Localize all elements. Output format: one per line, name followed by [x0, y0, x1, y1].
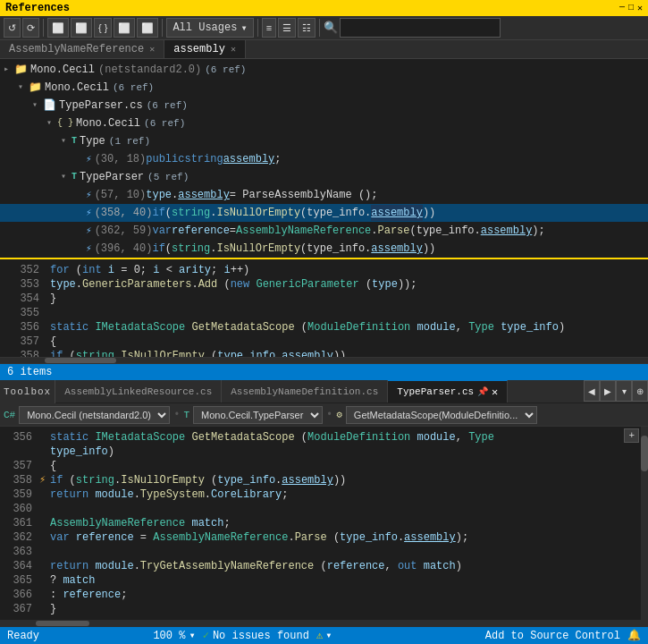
row-count-1: (6 ref): [113, 80, 154, 96]
row-label-1: Mono.Cecil: [45, 80, 109, 96]
tree-row-10[interactable]: ⚡ (396, 40) if ( string . IsNullOrEmpty …: [0, 240, 648, 254]
toolbar-view-btn2[interactable]: ⬜: [71, 18, 92, 38]
maximize-btn[interactable]: □: [628, 3, 634, 13]
add-to-source-btn[interactable]: Add to Source Control: [485, 630, 620, 642]
row-code-8: (358, 40): [95, 205, 153, 221]
code-line-355: 355: [0, 306, 648, 320]
minimize-btn[interactable]: ─: [619, 3, 625, 13]
editor-line-358: 358 ⚡ if (string.IsNullOrEmpty (type_inf…: [0, 473, 648, 487]
editor-tab-0[interactable]: AssemblyLinkedResource.cs: [55, 380, 222, 402]
editor-tab-1[interactable]: AssemblyNameDefinition.cs: [222, 380, 388, 402]
tree-row-0[interactable]: ▸ 📁 Mono.Cecil (netstandard2.0) (6 ref): [0, 61, 648, 79]
type-dropdown[interactable]: Mono.Cecil.TypeParser: [193, 406, 323, 424]
toolbar-refresh-btn[interactable]: ↺: [4, 18, 21, 38]
scroll-left-btn[interactable]: ◀: [584, 380, 600, 402]
editor-line-361: 361 AssemblyNameReference match;: [0, 516, 648, 530]
code-hscroll[interactable]: [0, 358, 648, 364]
row-p9b: (type_info.: [410, 223, 481, 239]
tree-row-7[interactable]: ⚡ (57, 10) type . assembly = ParseAssemb…: [0, 186, 648, 204]
search-input[interactable]: [340, 18, 501, 38]
tree-row-6[interactable]: ▾ T TypeParser (5 ref): [0, 168, 648, 186]
row-var-9: reference: [172, 223, 230, 239]
editor-line-360: 360: [0, 502, 648, 516]
row-asm-5: assembly: [223, 151, 275, 167]
row-p10d: )): [423, 241, 435, 254]
toolbar-sync-btn[interactable]: ⟳: [22, 18, 39, 38]
arrow-3: ▾: [46, 115, 57, 131]
tree-row-3[interactable]: ▾ { } Mono.Cecil (6 ref): [0, 114, 648, 132]
arrow-0: ▸: [4, 62, 14, 78]
row-asm-10: assembly: [371, 241, 423, 254]
toolbar-code-btn[interactable]: { }: [94, 18, 112, 38]
references-panel: ▸ 📁 Mono.Cecil (netstandard2.0) (6 ref) …: [0, 59, 648, 259]
tree-row-5[interactable]: ⚡ (30, 18) public string assembly ;: [0, 150, 648, 168]
toolbar: ↺ ⟳ ⬜ ⬜ { } ⬜ ⬜ All Usages ▾ ≡ ☰ ☷ 🔍: [0, 16, 648, 40]
row-asm-7: assembly: [178, 187, 230, 203]
folder-icon-1: 📁: [29, 80, 42, 96]
ref-icon-8: ⚡: [86, 205, 92, 221]
editor-tab-2[interactable]: TypeParser.cs 📌 ✕: [388, 380, 508, 402]
tree-row-1[interactable]: ▾ 📁 Mono.Cecil (6 ref): [0, 79, 648, 97]
arrow-2: ▾: [32, 97, 43, 114]
tree-row-4[interactable]: ▾ T Type (1 ref): [0, 132, 648, 150]
method-icon-nav: ⚙: [336, 409, 342, 420]
tree-row-2[interactable]: ▾ 📄 TypeParser.cs (6 ref): [0, 97, 648, 114]
editor-vscroll[interactable]: [641, 427, 648, 620]
row-type-8: string: [172, 205, 210, 221]
row-label-3: Mono.Cecil: [76, 115, 140, 131]
el-364: 364: [4, 559, 32, 573]
row-p9: =: [230, 223, 236, 239]
zoom-level[interactable]: 100 % ▾: [153, 629, 195, 642]
code-line-354: 354 }: [0, 292, 648, 306]
row-p10c: (type_info.: [300, 241, 371, 254]
tab-close-1[interactable]: ✕: [231, 44, 236, 55]
scroll-right-btn[interactable]: ▶: [600, 380, 616, 402]
editor-tab-close-2[interactable]: ✕: [492, 386, 498, 399]
toolbar-view-btn4[interactable]: ⬜: [137, 18, 158, 38]
warnings-btn[interactable]: ⚠ ▾: [316, 629, 332, 642]
row-count-3: (6 ref): [144, 115, 185, 131]
layout-btn1[interactable]: ≡: [262, 18, 276, 38]
row-kw-5: public: [146, 151, 184, 167]
row-p10b: .: [210, 241, 216, 254]
layout-btn3[interactable]: ☷: [298, 18, 316, 38]
add-breakpoint-btn[interactable]: +: [624, 428, 639, 443]
editor-line-366: 366 : reference;: [0, 588, 648, 602]
usage-dropdown[interactable]: All Usages ▾: [166, 18, 253, 38]
ref-icon-10: ⚡: [86, 241, 92, 254]
tab-label-1: assembly: [173, 43, 225, 55]
row-kw-9: var: [152, 223, 172, 239]
tree-row-9[interactable]: ⚡ (362, 59) var reference = AssemblyName…: [0, 222, 648, 240]
row-count-2: (6 ref): [147, 97, 188, 114]
tab-assembly[interactable]: assembly ✕: [164, 40, 246, 58]
tab-menu-btn[interactable]: ▾: [616, 380, 632, 402]
toolbar-view-btn3[interactable]: ⬜: [114, 18, 135, 38]
editor-tab-pin-2[interactable]: 📌: [477, 386, 488, 397]
toolbar-view-btn1[interactable]: ⬜: [47, 18, 69, 38]
row-asm-9: assembly: [481, 223, 533, 239]
bell-icon: 🔔: [627, 629, 641, 642]
code-line-358: 358 if (string.IsNullOrEmpty (type_info.…: [0, 349, 648, 359]
method-dropdown[interactable]: GetMetadataScope(ModuleDefinitio...: [346, 406, 537, 424]
row-label-2: TypeParser.cs: [59, 97, 143, 114]
close-btn[interactable]: ✕: [637, 3, 643, 13]
tab-assemblyname-ref[interactable]: AssemblyNameReference ✕: [0, 40, 164, 58]
code-line-352: 352 for (int i = 0; i < arity; i++): [0, 263, 648, 277]
ln-354: 354: [7, 292, 39, 306]
editor-vscroll-thumb[interactable]: [641, 436, 648, 471]
el-359: 359: [4, 487, 32, 502]
sep4: [319, 19, 320, 37]
checkmark-icon: ✓: [203, 629, 209, 642]
row-method-9: Parse: [378, 223, 410, 239]
new-hgroup-btn[interactable]: ⊕: [632, 380, 648, 402]
eg-358: ⚡: [39, 473, 50, 487]
namespace-dropdown[interactable]: Mono.Cecil (netstandard2.0): [19, 406, 170, 424]
editor-nav-bar: C# Mono.Cecil (netstandard2.0) • T Mono.…: [0, 403, 648, 427]
ln-355: 355: [7, 306, 39, 320]
layout-btn2[interactable]: ☰: [278, 18, 296, 38]
editor-hscroll[interactable]: [0, 620, 648, 627]
tree-view: ▸ 📁 Mono.Cecil (netstandard2.0) (6 ref) …: [0, 59, 648, 254]
tree-row-8[interactable]: ⚡ (358, 40) if ( string . IsNullOrEmpty …: [0, 204, 648, 222]
sep2: [162, 19, 163, 37]
tab-close-0[interactable]: ✕: [149, 44, 155, 55]
